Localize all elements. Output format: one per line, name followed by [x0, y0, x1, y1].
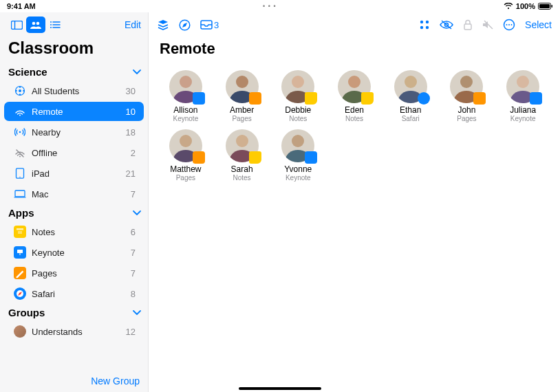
people-view-icon[interactable]: [26, 17, 45, 33]
sidebar-item-label: Remote: [32, 107, 126, 117]
compass-icon[interactable]: [179, 19, 191, 31]
main-toolbar: 3 Select: [149, 12, 560, 37]
home-indicator[interactable]: [239, 387, 321, 390]
student-cell[interactable]: Yvonne Keynote: [272, 129, 324, 182]
sidebar-item-label: Keynote: [32, 248, 131, 258]
grid-icon[interactable]: [419, 19, 430, 30]
sidebar-item-safari[interactable]: Safari 8: [4, 284, 144, 303]
student-name: Allison: [173, 105, 197, 115]
remote-icon: [12, 107, 28, 116]
sidebar-toggle-icon[interactable]: [7, 17, 26, 33]
student-cell[interactable]: Ethan Safari: [385, 70, 437, 122]
svg-point-5: [32, 21, 36, 25]
sidebar-item-pages[interactable]: Pages 7: [4, 263, 144, 283]
svg-point-6: [36, 21, 40, 25]
mute-icon: [482, 20, 493, 30]
student-app-label: Pages: [457, 115, 476, 122]
student-name: Eden: [345, 105, 364, 115]
sidebar-view-segmented: [7, 17, 65, 33]
notes-badge-icon: [305, 92, 317, 105]
sidebar-item-label: Offline: [32, 148, 131, 158]
keynote-badge-icon: [530, 92, 542, 105]
sidebar-item-notes[interactable]: Notes 6: [4, 222, 144, 241]
svg-point-17: [15, 90, 17, 92]
sidebar-item-offline[interactable]: Offline 2: [4, 143, 144, 162]
new-group-button[interactable]: New Group: [91, 375, 140, 386]
student-cell[interactable]: Debbie Notes: [272, 70, 324, 122]
keynote-badge-icon: [305, 151, 317, 164]
student-name: Yvonne: [284, 164, 312, 174]
select-button[interactable]: Select: [525, 19, 552, 30]
mac-icon: [12, 190, 28, 198]
svg-point-20: [19, 131, 21, 133]
sidebar-item-count: 6: [131, 227, 136, 237]
student-app-label: Pages: [176, 174, 195, 182]
more-icon[interactable]: [503, 19, 515, 31]
sidebar-item-all-students[interactable]: All Students 30: [4, 81, 144, 100]
sidebar-item-nearby[interactable]: Nearby 18: [4, 122, 144, 142]
student-cell[interactable]: Matthew Pages: [160, 129, 212, 182]
ipad-icon: [12, 168, 28, 179]
safari-app-icon: [12, 287, 28, 300]
svg-point-37: [420, 26, 423, 29]
keynote-app-icon: [12, 246, 28, 259]
svg-rect-3: [11, 21, 22, 29]
svg-point-24: [19, 177, 20, 177]
status-bar: 9:41 AM • • • 100%: [0, 0, 560, 12]
student-name: Sarah: [231, 164, 253, 174]
student-cell[interactable]: Allison Keynote: [160, 70, 212, 122]
sidebar-item-label: iPad: [32, 168, 126, 179]
chevron-down-icon: [133, 310, 141, 316]
stack-icon[interactable]: [157, 19, 169, 30]
inbox-button[interactable]: 3: [200, 20, 219, 30]
multitasking-dots[interactable]: • • •: [36, 3, 504, 10]
student-app-label: Keynote: [173, 115, 199, 122]
wifi-icon: [504, 3, 513, 10]
svg-point-35: [420, 21, 423, 23]
svg-point-9: [50, 24, 52, 25]
student-cell[interactable]: Amber Pages: [216, 70, 268, 122]
student-app-label: Notes: [233, 174, 251, 182]
student-cell[interactable]: Juliana Keynote: [497, 70, 549, 122]
sidebar-item-keynote[interactable]: Keynote 7: [4, 243, 144, 262]
battery-percent: 100%: [516, 2, 535, 10]
student-cell[interactable]: John Pages: [441, 70, 493, 122]
student-name: Debbie: [285, 105, 311, 115]
student-app-label: Keynote: [286, 174, 311, 182]
student-app-label: Notes: [345, 115, 363, 122]
svg-rect-31: [20, 253, 21, 255]
main-title: Remote: [149, 37, 560, 65]
offline-icon: [12, 148, 28, 157]
sidebar-item-mac[interactable]: Mac 7: [4, 184, 144, 204]
science-list: All Students 30 Remote 10 Nearby 18: [0, 80, 148, 204]
student-cell[interactable]: Eden Notes: [328, 70, 380, 122]
sidebar-item-remote[interactable]: Remote 10: [4, 102, 144, 121]
sidebar-item-count: 7: [131, 268, 136, 279]
eye-slash-icon[interactable]: [440, 20, 453, 30]
student-name: Ethan: [400, 105, 421, 115]
pages-badge-icon: [193, 151, 205, 164]
sidebar-item-understands[interactable]: Understands 12: [4, 322, 144, 341]
svg-rect-41: [464, 24, 471, 30]
section-header-science[interactable]: Science: [0, 63, 148, 80]
edit-button[interactable]: Edit: [125, 19, 141, 30]
student-cell[interactable]: Sarah Notes: [216, 129, 268, 182]
sidebar-item-ipad[interactable]: iPad 21: [4, 164, 144, 183]
groups-list: Understands 12: [0, 321, 148, 342]
svg-point-36: [426, 21, 429, 23]
sidebar-item-label: Nearby: [32, 127, 126, 138]
svg-rect-1: [539, 4, 550, 8]
svg-rect-26: [14, 197, 26, 197]
section-label: Science: [8, 66, 133, 78]
chevron-down-icon: [133, 69, 141, 75]
section-header-groups[interactable]: Groups: [0, 304, 148, 321]
svg-rect-2: [552, 5, 553, 8]
section-header-apps[interactable]: Apps: [0, 204, 148, 221]
sidebar-item-label: Understands: [32, 327, 126, 337]
svg-point-44: [506, 24, 508, 25]
safari-badge-icon: [418, 92, 430, 105]
section-label: Apps: [8, 207, 133, 219]
sidebar-item-count: 2: [131, 148, 136, 158]
sidebar-item-count: 10: [126, 107, 136, 117]
list-view-icon[interactable]: [45, 17, 65, 33]
